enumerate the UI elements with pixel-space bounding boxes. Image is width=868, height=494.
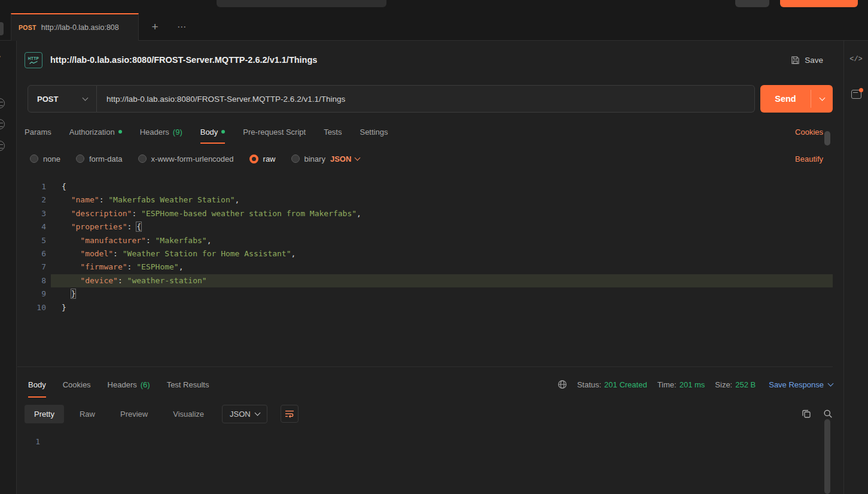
code-lines: 1{2 "name": "Makerfabs Weather Station",… xyxy=(17,180,833,314)
response-tab-cookies[interactable]: Cookies xyxy=(63,371,91,398)
topbar-secondary-button[interactable] xyxy=(735,0,769,7)
response-body[interactable]: 1 xyxy=(17,429,833,494)
request-tab-pre-request-script[interactable]: Pre-request Script xyxy=(243,120,306,144)
code-line[interactable]: 10} xyxy=(17,301,833,314)
globe-icon[interactable] xyxy=(558,380,567,389)
code-token: "ESPHome-based weather station from Make… xyxy=(141,209,357,218)
code-token: , xyxy=(291,249,296,258)
request-tab-headers[interactable]: Headers(9) xyxy=(140,120,182,144)
code-snippet-icon[interactable]: </> xyxy=(844,55,868,63)
response-tab-headers[interactable]: Headers(6) xyxy=(108,371,150,398)
body-modes: noneform-datax-www-form-urlencodedrawbin… xyxy=(30,154,325,163)
code-text: "device": "weather-station" xyxy=(51,274,833,287)
status-badge: Status: 201 Created xyxy=(577,380,647,389)
line-number: 10 xyxy=(17,301,51,314)
response-scrollbar-thumb[interactable] xyxy=(824,419,830,494)
cookies-link[interactable]: Cookies xyxy=(795,128,823,137)
request-body-editor[interactable]: 1{2 "name": "Makerfabs Weather Station",… xyxy=(17,177,833,366)
code-line[interactable]: 1{ xyxy=(17,180,833,193)
line-number: 2 xyxy=(17,193,51,207)
tab-options-button[interactable]: ⋯ xyxy=(175,20,188,34)
response-tab-body[interactable]: Body xyxy=(28,371,46,398)
editor-scrollbar-thumb[interactable] xyxy=(824,131,830,146)
collection-icon[interactable] xyxy=(0,98,5,108)
line-number: 8 xyxy=(17,274,51,287)
global-search-input[interactable] xyxy=(217,0,386,7)
body-mode-raw[interactable]: raw xyxy=(249,154,276,163)
code-line[interactable]: 3 "description": "ESPHome-based weather … xyxy=(17,207,833,220)
code-token xyxy=(62,222,71,231)
code-token: "ESPHome" xyxy=(136,262,178,271)
send-button[interactable]: Send xyxy=(760,85,833,113)
new-tab-button[interactable]: + xyxy=(148,20,162,34)
view-tab-pretty[interactable]: Pretty xyxy=(25,405,64,423)
code-text: { xyxy=(51,180,833,193)
save-button-label: Save xyxy=(805,56,823,65)
tab-label: Tests xyxy=(324,128,342,137)
code-token: "Weather Station for Home Assistant" xyxy=(123,249,291,258)
request-tab-authorization[interactable]: Authorization xyxy=(69,120,122,144)
notification-dot-icon xyxy=(859,88,863,92)
code-text: "model": "Weather Station for Home Assis… xyxy=(51,247,833,260)
open-request-tab[interactable]: POST http://lab-0.lab.asio:808 xyxy=(11,13,139,41)
send-options-button[interactable] xyxy=(811,85,833,113)
code-token: : xyxy=(127,222,137,231)
code-token xyxy=(62,195,71,204)
tab-label: Body xyxy=(200,128,218,137)
topbar-primary-button[interactable] xyxy=(780,0,858,7)
tab-count: (6) xyxy=(141,380,150,389)
body-mode-row: noneform-datax-www-form-urlencodedrawbin… xyxy=(17,148,843,169)
tab-method-badge: POST xyxy=(19,24,36,31)
spark-line-icon xyxy=(29,61,38,64)
tab-label: Headers xyxy=(140,128,169,137)
code-token: } xyxy=(62,303,66,312)
http-request-icon: HTTP xyxy=(25,52,42,68)
body-mode-form-data[interactable]: form-data xyxy=(76,154,123,163)
request-tab-body[interactable]: Body xyxy=(200,120,226,144)
code-line[interactable]: 6 "model": "Weather Station for Home Ass… xyxy=(17,247,833,260)
save-response-button[interactable]: Save Response xyxy=(769,380,833,389)
runner-panel-icon[interactable] xyxy=(851,90,861,99)
view-tab-label: Raw xyxy=(80,410,95,419)
save-button[interactable]: Save xyxy=(791,56,823,65)
code-token xyxy=(62,276,80,285)
copy-icon[interactable] xyxy=(802,409,811,419)
response-actions xyxy=(802,409,833,419)
code-token: , xyxy=(207,236,212,245)
body-mode-label: binary xyxy=(304,154,325,163)
body-language-select[interactable]: JSON xyxy=(330,154,360,163)
request-tab-tests[interactable]: Tests xyxy=(324,120,342,144)
view-tab-raw[interactable]: Raw xyxy=(70,405,105,423)
code-line[interactable]: 4 "properties": { xyxy=(17,220,833,234)
request-tab-settings[interactable]: Settings xyxy=(360,120,388,144)
code-line[interactable]: 2 "name": "Makerfabs Weather Station", xyxy=(17,193,833,207)
collection-icon[interactable] xyxy=(0,141,5,151)
code-token: } xyxy=(71,289,76,298)
search-icon[interactable] xyxy=(823,409,833,419)
view-tab-preview[interactable]: Preview xyxy=(111,405,157,423)
code-token: : xyxy=(118,276,127,285)
wrap-text-button[interactable] xyxy=(281,405,299,423)
code-line[interactable]: 9 } xyxy=(17,287,833,301)
request-tab-params[interactable]: Params xyxy=(25,120,51,144)
collection-icon[interactable] xyxy=(0,119,5,129)
code-token: , xyxy=(179,262,184,271)
beautify-link[interactable]: Beautify xyxy=(795,154,823,163)
view-tab-visualize[interactable]: Visualize xyxy=(163,405,214,423)
top-bar xyxy=(0,0,868,13)
body-mode-none[interactable]: none xyxy=(30,154,60,163)
body-mode-binary[interactable]: binary xyxy=(291,154,325,163)
chevron-right-icon[interactable]: › xyxy=(0,51,1,60)
response-language-select[interactable]: JSON xyxy=(222,405,267,423)
code-token: : xyxy=(127,262,137,271)
response-tab-test-results[interactable]: Test Results xyxy=(167,371,209,398)
code-line[interactable]: 8 "device": "weather-station" xyxy=(17,274,833,287)
radio-icon xyxy=(249,154,258,163)
code-line[interactable]: 7 "firmware": "ESPHome", xyxy=(17,260,833,274)
time-badge: Time: 201 ms xyxy=(657,380,705,389)
url-input[interactable] xyxy=(97,85,755,113)
code-line[interactable]: 5 "manufacturer": "Makerfabs", xyxy=(17,234,833,247)
method-select[interactable]: POST xyxy=(28,85,97,113)
code-token: "model" xyxy=(80,249,113,258)
body-mode-x-www-form-urlencoded[interactable]: x-www-form-urlencoded xyxy=(138,154,234,163)
